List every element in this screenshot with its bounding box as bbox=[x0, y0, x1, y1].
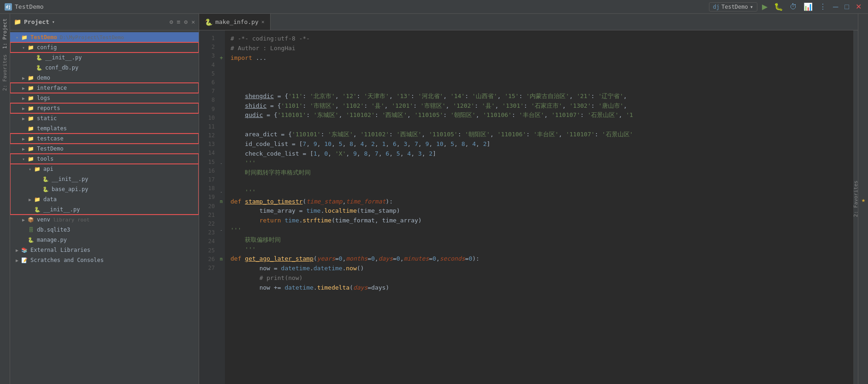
logs-label: logs bbox=[37, 95, 50, 101]
main-layout: 1: Project 2: Favorites 📁 Project ▾ ⚙ ≡ … bbox=[0, 14, 868, 384]
tree-init-api[interactable]: 🐍 __init__.py bbox=[10, 174, 199, 184]
close-button[interactable]: ✕ bbox=[854, 1, 863, 12]
favorites-label[interactable]: 2: Favorites bbox=[852, 179, 860, 219]
line-num-21: 21 bbox=[202, 211, 215, 220]
line-num-4: 4 bbox=[202, 61, 215, 70]
tree-scratches[interactable]: ▶ 📝 Scratches and Consoles bbox=[10, 255, 199, 265]
gutter-3[interactable]: + bbox=[218, 53, 224, 63]
gutter-19 bbox=[218, 206, 224, 216]
line-num-19: 19 bbox=[202, 193, 215, 202]
gutter-4 bbox=[218, 63, 224, 72]
tree-testcase[interactable]: ▶ 📁 testcase bbox=[10, 134, 199, 144]
collapse-icon[interactable]: ≡ bbox=[177, 18, 181, 25]
testdemo-pkg-arrow: ▶ bbox=[20, 146, 27, 151]
close-panel-icon[interactable]: ✕ bbox=[191, 18, 195, 25]
root-arrow: ▾ bbox=[14, 35, 20, 40]
gutter-22 bbox=[218, 235, 224, 245]
code-line-14: ''' bbox=[230, 158, 848, 168]
init-api-icon: 🐍 bbox=[41, 175, 50, 183]
editor-area: 🐍 make_info.py ✕ 1 2 3 4 5 6 7 8 9 10 11… bbox=[199, 14, 858, 384]
tree-templates[interactable]: 📁 templates bbox=[10, 123, 199, 134]
maximize-button[interactable]: □ bbox=[843, 2, 851, 12]
gutter-13 bbox=[218, 149, 224, 159]
code-line-24: def get_ago_later_stamp(years=0,months=0… bbox=[230, 254, 848, 264]
logs-arrow: ▶ bbox=[20, 96, 27, 101]
tree-venv[interactable]: ▶ 📦 venv library root bbox=[10, 215, 199, 225]
tree-config[interactable]: ▾ 📁 config bbox=[10, 42, 199, 52]
config-folder-icon: 📁 bbox=[27, 44, 35, 51]
gutter-15 bbox=[218, 168, 224, 178]
code-line-5 bbox=[230, 72, 848, 82]
tree-manage[interactable]: 🐍 manage.py bbox=[10, 235, 199, 245]
tree-demo[interactable]: ▶ 📁 demo bbox=[10, 73, 199, 83]
code-line-4 bbox=[230, 63, 848, 72]
code-line-26: # print(now) bbox=[230, 273, 848, 283]
code-line-23: ''' bbox=[230, 245, 848, 255]
tree-data[interactable]: ▶ 📁 data bbox=[10, 194, 199, 204]
tab-close-button[interactable]: ✕ bbox=[261, 19, 265, 25]
gutter-14[interactable]: - bbox=[218, 158, 224, 168]
tree-tools[interactable]: ▾ 📁 tools bbox=[10, 154, 199, 164]
chevron-down-icon: ▾ bbox=[750, 4, 753, 10]
tree-db-sqlite3[interactable]: 🗄 db.sqlite3 bbox=[10, 225, 199, 235]
init-tools-label: __init__.py bbox=[43, 206, 80, 213]
more-button[interactable]: ⋮ bbox=[817, 1, 828, 12]
tree-init-config[interactable]: 🐍 __init__.py bbox=[10, 52, 199, 63]
project-dropdown-icon[interactable]: ▾ bbox=[52, 19, 55, 24]
tab-make-info[interactable]: 🐍 make_info.py ✕ bbox=[199, 14, 271, 30]
gutter-25 bbox=[218, 264, 224, 273]
code-content[interactable]: # -*- coding:utf-8 -*- # Author : LongHa… bbox=[225, 30, 853, 384]
demo-folder-icon: 📁 bbox=[27, 74, 35, 81]
conf-db-icon: 🐍 bbox=[35, 64, 43, 71]
gutter-17[interactable]: - bbox=[218, 187, 224, 197]
code-line-11: area_dict = {'110101': '东城区', '110102': … bbox=[230, 130, 848, 140]
gutter-21[interactable]: - bbox=[218, 226, 224, 235]
gutter-24[interactable]: m bbox=[218, 254, 224, 264]
line-num-6: 6 bbox=[202, 78, 215, 87]
tree-base-api[interactable]: 🐍 base_api.py bbox=[10, 184, 199, 194]
line-num-16: 16 bbox=[202, 167, 215, 175]
code-line-2: # Author : LongHai bbox=[230, 44, 848, 53]
tree-interface[interactable]: ▶ 📁 interface bbox=[10, 83, 199, 93]
sidebar-item-project[interactable]: 1: Project bbox=[1, 16, 9, 52]
tree-root[interactable]: ▾ 📁 TestDemo D:\MyProject\TestDemo bbox=[10, 32, 199, 42]
debug-button[interactable]: 🐛 bbox=[772, 1, 785, 12]
coverage-button[interactable]: 📊 bbox=[802, 1, 815, 12]
settings-icon[interactable]: ⚙ bbox=[184, 18, 188, 25]
line-num-22: 22 bbox=[202, 220, 215, 228]
favorites-star-icon[interactable]: ★ bbox=[860, 196, 867, 204]
tree-external-libraries[interactable]: ▶ 📚 External Libraries bbox=[10, 245, 199, 255]
line-num-2: 2 bbox=[202, 43, 215, 52]
venv-label: venv bbox=[37, 216, 50, 223]
tree-reports[interactable]: ▶ 📁 reports bbox=[10, 103, 199, 113]
line-num-11: 11 bbox=[202, 122, 215, 131]
line-num-26: 26 bbox=[202, 255, 215, 264]
tree-conf-db[interactable]: 🐍 conf_db.py bbox=[10, 63, 199, 73]
static-arrow: ▶ bbox=[20, 116, 27, 121]
tab-file-icon: 🐍 bbox=[205, 18, 213, 26]
code-editor: 1 2 3 4 5 6 7 8 9 10 11 12 13 14 15 16 1… bbox=[199, 30, 858, 384]
tree-testdemo-pkg[interactable]: ▶ 📁 TestDemo bbox=[10, 144, 199, 154]
minimize-button[interactable]: ─ bbox=[831, 2, 840, 12]
tree-logs[interactable]: ▶ 📁 logs bbox=[10, 93, 199, 103]
tree-api[interactable]: ▾ 📁 api bbox=[10, 164, 199, 174]
gutter-11 bbox=[218, 130, 224, 140]
code-line-9: qudic = {'110101': '东城区', '110102': '西城区… bbox=[230, 111, 848, 120]
run-button[interactable]: ▶ bbox=[760, 1, 769, 12]
manage-icon: 🐍 bbox=[27, 236, 35, 244]
tools-arrow: ▾ bbox=[20, 157, 27, 162]
tree-init-tools[interactable]: 🐍 __init__.py bbox=[10, 204, 199, 215]
line-num-27: 27 bbox=[202, 264, 215, 273]
profile-button[interactable]: ⏱ bbox=[788, 2, 799, 12]
sync-icon[interactable]: ⚙ bbox=[170, 18, 173, 25]
static-label: static bbox=[37, 115, 57, 122]
title-bar-actions: dj TestDemo ▾ ▶ 🐛 ⏱ 📊 ⋮ ─ □ ✕ bbox=[709, 1, 864, 12]
reports-label: reports bbox=[37, 105, 60, 111]
tree-static[interactable]: ▶ 📁 static bbox=[10, 113, 199, 123]
project-header-icons: ⚙ ≡ ⚙ ✕ bbox=[170, 18, 195, 25]
gutter-18[interactable]: m bbox=[218, 197, 224, 207]
sidebar-item-favorites[interactable]: 2: Favorites bbox=[1, 52, 9, 93]
testdemo-pkg-label: TestDemo bbox=[37, 145, 64, 152]
run-config-dropdown[interactable]: dj TestDemo ▾ bbox=[709, 2, 757, 12]
root-folder-icon: 📁 bbox=[20, 34, 29, 41]
